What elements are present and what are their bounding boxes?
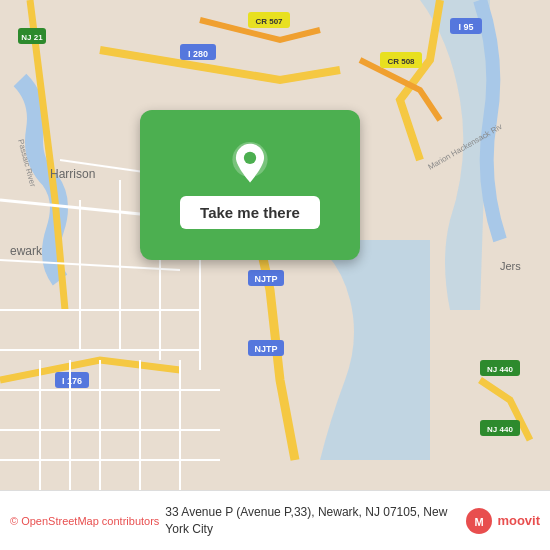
svg-text:CR 507: CR 507 bbox=[255, 17, 283, 26]
moovit-logo: M moovit bbox=[465, 507, 540, 535]
svg-text:I 95: I 95 bbox=[458, 22, 473, 32]
take-me-there-button[interactable]: Take me there bbox=[180, 196, 320, 229]
cta-card: Take me there bbox=[140, 110, 360, 260]
svg-text:Jers: Jers bbox=[500, 260, 521, 272]
svg-text:NJ 440: NJ 440 bbox=[487, 425, 513, 434]
svg-text:NJTP: NJTP bbox=[254, 344, 277, 354]
svg-point-44 bbox=[244, 151, 256, 163]
location-pin-icon bbox=[228, 142, 272, 186]
moovit-label: moovit bbox=[497, 513, 540, 528]
svg-text:M: M bbox=[475, 516, 484, 528]
footer: © OpenStreetMap contributors 33 Avenue P… bbox=[0, 490, 550, 550]
address-text: 33 Avenue P (Avenue P,33), Newark, NJ 07… bbox=[165, 504, 457, 538]
svg-text:Harrison: Harrison bbox=[50, 167, 95, 181]
svg-text:NJTP: NJTP bbox=[254, 274, 277, 284]
svg-text:I 280: I 280 bbox=[188, 49, 208, 59]
svg-text:NJ 440: NJ 440 bbox=[487, 365, 513, 374]
svg-text:NJ 21: NJ 21 bbox=[21, 33, 43, 42]
svg-text:CR 508: CR 508 bbox=[387, 57, 415, 66]
map-view: I 280 NJ 21 I 95 CR 507 CR 508 NJTP NJTP… bbox=[0, 0, 550, 490]
moovit-icon: M bbox=[465, 507, 493, 535]
svg-text:ewark: ewark bbox=[10, 244, 43, 258]
openstreetmap-attribution: © OpenStreetMap contributors bbox=[10, 515, 159, 527]
svg-text:I 176: I 176 bbox=[62, 376, 82, 386]
